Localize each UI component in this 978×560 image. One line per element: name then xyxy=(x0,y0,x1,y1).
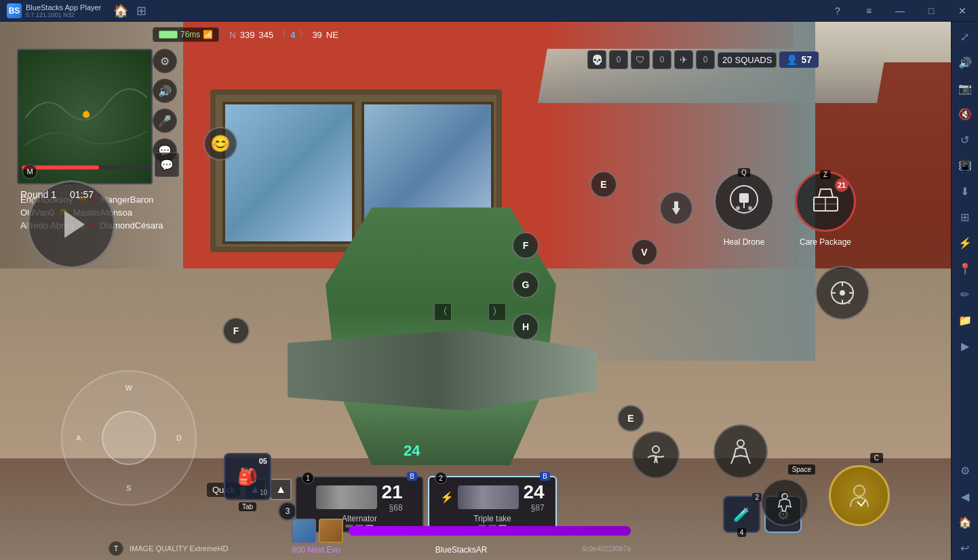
revive-button[interactable] xyxy=(829,465,890,526)
svg-rect-1 xyxy=(739,193,749,203)
weapon-up-button[interactable]: ▲ xyxy=(270,479,292,500)
direction-d-button[interactable]: D xyxy=(170,428,189,447)
settings-icons-panel: ⚙ 🔊 🎤 💬 xyxy=(153,49,177,163)
macro-sidebar-icon[interactable]: ▶ xyxy=(953,334,977,358)
weapon-1-number: 1 xyxy=(302,472,314,484)
install-sidebar-icon[interactable]: ⬇ xyxy=(953,179,977,203)
round-label: Round 1 xyxy=(20,189,56,200)
settings-sidebar-icon[interactable]: ⚙ xyxy=(953,458,977,483)
care-package-key: Z xyxy=(820,170,831,179)
player-info-row: 900 Next Evo BlueStacksAR 6c9e402190b7a xyxy=(292,545,631,555)
status-count2: 0 xyxy=(652,50,671,69)
weapon-2-ammo: 24 xyxy=(523,481,544,503)
maximize-button[interactable]: □ xyxy=(916,0,947,22)
player-hud-bottom: 900 Next Evo BlueStacksAR 6c9e402190b7a xyxy=(292,519,631,555)
prone-button[interactable] xyxy=(632,431,680,479)
inventory-slot[interactable]: 🎒 05 10 Tab xyxy=(224,453,271,500)
care-package-button[interactable]: Z 21 Care Package xyxy=(795,171,856,232)
back-sidebar-icon[interactable]: ↩ xyxy=(953,536,977,560)
right-sidebar: ⤢ 🔊 📷 🔇 ↺ 📳 ⬇ ⊞ ⚡ 📍 ✏ 📁 ▶ ⚙ ◀ 🏠 ↩ xyxy=(951,22,978,560)
menu-button[interactable]: ≡ xyxy=(853,0,884,22)
joystick-outer[interactable]: W S A D xyxy=(61,370,197,506)
sound-icon[interactable]: 🔊 xyxy=(153,79,177,103)
nav-arrow-left-button[interactable]: 〈 xyxy=(434,303,452,321)
app-version: 5.7.121.1001 N32 xyxy=(26,12,101,18)
eco-sidebar-icon[interactable]: ⚡ xyxy=(953,231,977,255)
draw-sidebar-icon[interactable]: ✏ xyxy=(953,282,977,306)
gear-icon[interactable]: ⚙ xyxy=(153,49,177,73)
weapon-1-ammo: 21 xyxy=(381,481,402,503)
care-package-label: Care Package xyxy=(800,237,851,247)
direction-w-button[interactable]: W xyxy=(119,378,138,397)
inventory-box[interactable]: 🎒 05 10 Tab xyxy=(224,453,271,500)
crouch-button[interactable] xyxy=(713,424,768,479)
joystick-inner[interactable] xyxy=(102,411,156,465)
help-button[interactable]: ? xyxy=(822,0,853,22)
weapon-1-reserve: §68 xyxy=(389,503,403,513)
inventory-subcount: 10 xyxy=(260,489,267,496)
players-alive-badge: 👤 57 xyxy=(779,52,819,68)
heal-drone-button[interactable]: Q Heal Drone xyxy=(713,171,775,232)
close-button[interactable]: ✕ xyxy=(947,0,978,22)
chat-button[interactable]: 💬 xyxy=(155,153,179,177)
home-sidebar-icon[interactable]: 🏠 xyxy=(953,510,977,534)
aim-button[interactable]: 2 xyxy=(815,266,869,320)
direction-s-button[interactable]: S xyxy=(119,479,138,498)
weapon-2-number: 2 xyxy=(435,472,447,484)
bluestacks-logo: BS xyxy=(7,3,22,18)
heal-drone-circle[interactable]: Q xyxy=(713,171,775,232)
key-e-upper-button[interactable]: E xyxy=(590,171,617,198)
compass-ne: NE xyxy=(326,30,338,40)
weapon-2-b-badge: B xyxy=(540,472,550,481)
image-quality-text: IMAGE QUALITY ExtremeHD xyxy=(130,544,228,553)
screenshot-sidebar-icon[interactable]: 📷 xyxy=(953,76,977,100)
move-special-button[interactable] xyxy=(659,191,693,225)
sprint-button[interactable] xyxy=(761,479,808,526)
key-f-right-button[interactable]: F xyxy=(222,317,250,344)
key-e-lower-button[interactable]: E xyxy=(617,405,644,432)
location-sidebar-icon[interactable]: 📍 xyxy=(953,256,977,281)
home-title-icon[interactable]: 🏠 xyxy=(113,3,128,18)
compass-val3: 39 xyxy=(312,30,321,40)
minimap[interactable]: M xyxy=(17,49,153,184)
wifi-icon: 📶 xyxy=(203,30,213,39)
inventory-tab-label: Tab xyxy=(239,502,256,511)
player-avatar-2 xyxy=(319,519,343,543)
player-icon: 👤 xyxy=(786,54,798,65)
player-model xyxy=(271,207,610,465)
weapon-slot-3-button[interactable]: 3 xyxy=(278,502,297,521)
care-package-circle[interactable]: Z 21 xyxy=(795,171,856,232)
status-count1: 0 xyxy=(609,50,628,69)
minimize-button[interactable]: — xyxy=(884,0,916,22)
compass-area: N 339 345 〈 4 〉 39 NE xyxy=(229,28,338,41)
t-button[interactable]: T xyxy=(109,541,123,556)
arrow-left-sidebar-icon[interactable]: ◀ xyxy=(953,484,977,508)
heal-drone-icon xyxy=(727,182,761,221)
key-g-button[interactable]: G xyxy=(512,271,539,298)
weapon-2-image xyxy=(458,485,519,509)
item-slot-4[interactable]: 🧪 2 4 xyxy=(723,496,760,533)
weapon-1-b-badge: B xyxy=(407,472,417,481)
mic-icon[interactable]: 🎤 xyxy=(153,108,177,133)
joystick-area[interactable]: W S A D xyxy=(61,370,197,506)
evo-label: 900 Next Evo xyxy=(292,545,340,555)
nav-arrow-right-button[interactable]: 〉 xyxy=(488,303,506,321)
key-f-button[interactable]: F xyxy=(512,232,539,259)
emote-button[interactable]: 😊 xyxy=(203,127,237,161)
svg-point-4 xyxy=(748,206,752,210)
player-bar xyxy=(292,519,631,543)
key-v-button[interactable]: V xyxy=(631,239,658,266)
recent-title-icon[interactable]: ⊞ xyxy=(136,3,146,18)
layers-sidebar-icon[interactable]: ⊞ xyxy=(953,205,977,229)
image-quality-badge: T IMAGE QUALITY ExtremeHD xyxy=(109,541,228,556)
shake-sidebar-icon[interactable]: 📳 xyxy=(953,153,977,178)
volume-sidebar-icon[interactable]: 🔊 xyxy=(953,50,977,75)
minimap-m-button[interactable]: M xyxy=(22,164,37,179)
folder-sidebar-icon[interactable]: 📁 xyxy=(953,308,977,332)
player-health-fill xyxy=(349,526,631,536)
direction-a-button[interactable]: A xyxy=(69,428,88,447)
expand-sidebar-icon[interactable]: ⤢ xyxy=(953,24,977,49)
rotate-sidebar-icon[interactable]: ↺ xyxy=(953,127,977,152)
key-h-button[interactable]: H xyxy=(512,313,539,340)
mute-sidebar-icon[interactable]: 🔇 xyxy=(953,102,977,126)
